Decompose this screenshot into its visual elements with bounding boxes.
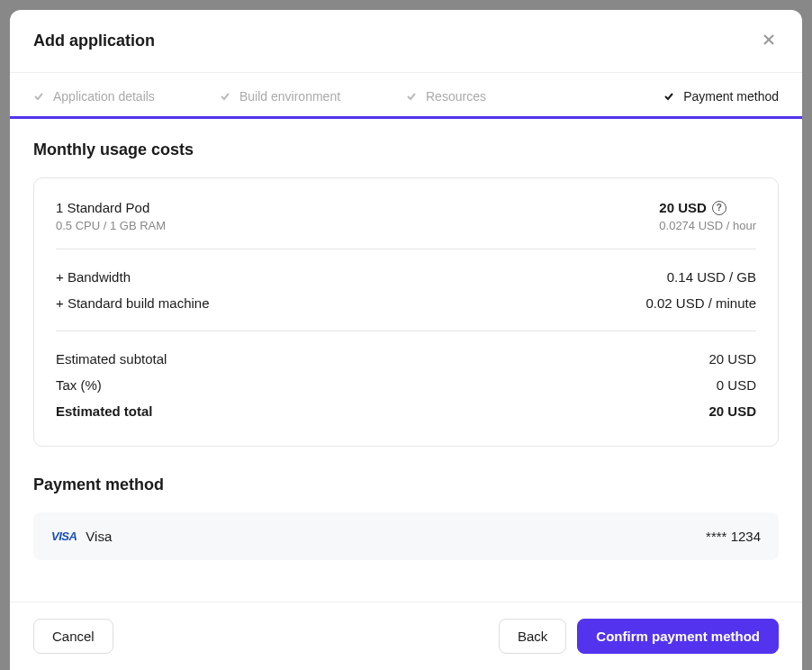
addon-label: + Standard build machine: [56, 295, 210, 311]
modal-footer: Cancel Back Confirm payment method: [10, 602, 802, 670]
pod-price-wrapper: 20 USD ?: [659, 200, 756, 215]
step-label: Payment method: [683, 89, 779, 104]
divider: [56, 249, 756, 249]
addon-build-machine: + Standard build machine 0.02 USD / minu…: [56, 290, 756, 316]
payment-section-title: Payment method: [33, 475, 779, 494]
modal-title: Add application: [33, 32, 155, 50]
tax-row: Tax (%) 0 USD: [56, 372, 756, 398]
pod-label: 1 Standard Pod: [56, 200, 166, 215]
total-value: 20 USD: [708, 403, 756, 419]
pod-info: 1 Standard Pod 0.5 CPU / 1 GB RAM: [56, 200, 166, 232]
subtotal-value: 20 USD: [708, 351, 756, 367]
addon-value: 0.14 USD / GB: [667, 269, 756, 285]
addon-bandwidth: + Bandwidth 0.14 USD / GB: [56, 264, 756, 290]
check-icon: [663, 91, 674, 102]
pod-pricing: 20 USD ? 0.0274 USD / hour: [659, 200, 756, 232]
total-row: Estimated total 20 USD: [56, 398, 756, 424]
divider: [56, 330, 756, 331]
payment-method-card[interactable]: VISA Visa **** 1234: [33, 512, 779, 560]
addon-value: 0.02 USD / minute: [645, 295, 756, 311]
pod-row: 1 Standard Pod 0.5 CPU / 1 GB RAM 20 USD…: [56, 200, 756, 232]
card-type: Visa: [86, 529, 112, 544]
footer-right: Back Confirm payment method: [499, 619, 779, 654]
payment-section: Payment method VISA Visa **** 1234: [33, 475, 779, 560]
check-icon: [220, 91, 230, 102]
wizard-steps: Application details Build environment Re…: [10, 73, 802, 119]
step-build-environment[interactable]: Build environment: [220, 89, 406, 116]
check-icon: [33, 91, 44, 102]
addon-label: + Bandwidth: [56, 269, 131, 285]
step-label: Resources: [426, 89, 486, 104]
subtotal-row: Estimated subtotal 20 USD: [56, 346, 756, 372]
visa-logo-icon: VISA: [51, 530, 77, 543]
modal-header: Add application: [10, 10, 802, 73]
step-resources[interactable]: Resources: [406, 89, 592, 116]
add-application-modal: Add application Application details Buil…: [10, 10, 802, 670]
tax-value: 0 USD: [717, 377, 756, 393]
total-label: Estimated total: [56, 403, 153, 419]
step-application-details[interactable]: Application details: [33, 89, 220, 116]
modal-content: Monthly usage costs 1 Standard Pod 0.5 C…: [10, 119, 802, 602]
payment-info: VISA Visa: [51, 529, 112, 544]
pod-rate: 0.0274 USD / hour: [659, 219, 756, 232]
check-icon: [406, 91, 417, 102]
card-last4: **** 1234: [706, 529, 761, 544]
back-button[interactable]: Back: [499, 619, 566, 654]
step-label: Application details: [53, 89, 155, 104]
close-icon: [762, 33, 775, 49]
help-icon[interactable]: ?: [712, 201, 726, 215]
confirm-button[interactable]: Confirm payment method: [577, 619, 779, 654]
subtotal-label: Estimated subtotal: [56, 351, 167, 367]
tax-label: Tax (%): [56, 377, 102, 393]
close-button[interactable]: [759, 30, 779, 52]
costs-section-title: Monthly usage costs: [33, 140, 779, 159]
cancel-button[interactable]: Cancel: [33, 619, 113, 654]
step-label: Build environment: [239, 89, 340, 104]
costs-card: 1 Standard Pod 0.5 CPU / 1 GB RAM 20 USD…: [33, 177, 779, 447]
pod-spec: 0.5 CPU / 1 GB RAM: [56, 219, 166, 232]
pod-price: 20 USD: [659, 200, 707, 215]
step-payment-method[interactable]: Payment method: [592, 89, 779, 116]
